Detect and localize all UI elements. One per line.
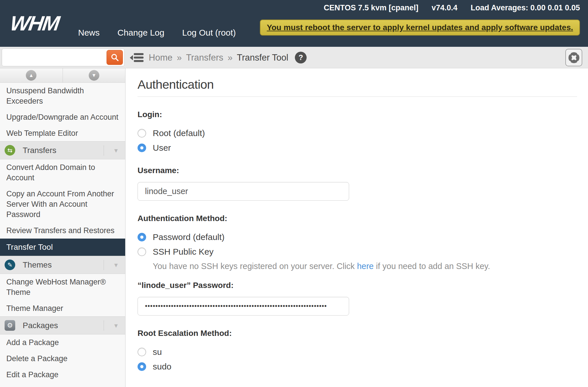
sidebar-section-packages[interactable]: ⚙Packages▾ xyxy=(0,316,125,334)
sidebar-item-theme-manager[interactable]: Theme Manager xyxy=(0,300,125,316)
password-default-radio[interactable]: Password (default) xyxy=(138,232,225,242)
sidebar-item-feature-manager[interactable]: Feature Manager xyxy=(0,383,125,387)
arrow-up-icon: ▲ xyxy=(26,70,36,81)
sudo-radio[interactable]: sudo xyxy=(138,362,171,371)
chevron-down-icon[interactable]: ▾ xyxy=(111,322,121,330)
ssh-here-link[interactable]: here xyxy=(357,262,374,271)
login-radio-group: Root (default)User xyxy=(138,128,577,153)
sidebar-item-web-template-editor[interactable]: Web Template Editor xyxy=(0,125,125,141)
login-label: Login: xyxy=(138,110,577,119)
packages-icon: ⚙ xyxy=(5,320,15,331)
nav-news[interactable]: News xyxy=(78,28,100,38)
root-default-radio[interactable]: Root (default) xyxy=(138,128,205,138)
search-icon xyxy=(111,53,119,62)
sidebar-item-convert-addon-domain-to-account[interactable]: Convert Addon Domain to Account xyxy=(0,159,125,186)
life-ring-icon xyxy=(568,51,580,64)
chevron-down-icon[interactable]: ▾ xyxy=(111,146,121,154)
radio-checked-icon[interactable] xyxy=(138,144,146,152)
main-content: Authentication Login: Root (default)User… xyxy=(125,68,588,387)
status-version: v74.0.4 xyxy=(432,3,457,12)
auth-method-radio-group: Password (default)SSH Public Key xyxy=(138,232,577,257)
username-label: Username: xyxy=(138,166,577,175)
whm-logo[interactable]: WHM xyxy=(9,11,60,35)
sidebar-item-delete-a-package[interactable]: Delete a Package xyxy=(0,351,125,367)
root-escalation-label: Root Escalation Method: xyxy=(138,329,577,338)
sidebar-scrollers: ▲ ▼ xyxy=(0,68,125,83)
radio-unchecked-icon[interactable] xyxy=(138,129,146,138)
sidebar-item-review-transfers-and-restores[interactable]: Review Transfers and Restores xyxy=(0,222,125,239)
breadcrumb-transfers[interactable]: Transfers xyxy=(186,53,223,63)
arrow-down-icon: ▼ xyxy=(89,70,99,81)
ssh-note: You have no SSH keys registered on your … xyxy=(153,262,577,271)
radio-checked-icon[interactable] xyxy=(138,233,146,241)
radio-checked-icon[interactable] xyxy=(138,362,146,371)
status-os: CENTOS 7.5 kvm [cpanel] xyxy=(324,3,419,12)
password-input[interactable] xyxy=(138,297,349,316)
top-header: CENTOS 7.5 kvm [cpanel] v74.0.4 Load Ave… xyxy=(0,0,588,47)
sidebar-item-add-a-package[interactable]: Add a Package xyxy=(0,334,125,351)
scroll-down-button[interactable]: ▼ xyxy=(63,68,125,82)
sidebar-section-themes[interactable]: ✎Themes▾ xyxy=(0,256,125,274)
auth-method-label: Authentication Method: xyxy=(138,214,577,223)
search-input[interactable] xyxy=(3,49,104,65)
radio-label: sudo xyxy=(153,362,171,371)
breadcrumb-separator: » xyxy=(228,53,233,63)
transfers-icon: ⇆ xyxy=(5,145,15,156)
su-radio[interactable]: su xyxy=(138,347,162,357)
ssh-public-key-radio[interactable]: SSH Public Key xyxy=(138,247,214,257)
chevron-down-icon[interactable]: ▾ xyxy=(111,261,121,269)
section-label: Themes xyxy=(23,260,96,270)
sidebar-item-copy-an-account-from-another-server-with-an-account-password[interactable]: Copy an Account From Another Server With… xyxy=(0,186,125,222)
search-box xyxy=(2,49,125,66)
section-divider xyxy=(104,260,104,270)
nav-change-log[interactable]: Change Log xyxy=(117,28,164,38)
support-button[interactable] xyxy=(565,49,582,66)
toolbar: Home » Transfers » Transfer Tool ? xyxy=(0,47,588,68)
section-divider xyxy=(104,320,104,331)
breadcrumb-current: Transfer Tool xyxy=(237,53,288,63)
radio-label: Root (default) xyxy=(153,128,205,138)
section-label: Packages xyxy=(23,321,96,330)
sidebar-item-upgrade-downgrade-an-account[interactable]: Upgrade/Downgrade an Account xyxy=(0,109,125,125)
radio-label: User xyxy=(153,143,171,153)
breadcrumb: Home » Transfers » Transfer Tool ? xyxy=(149,47,307,68)
authentication-heading: Authentication xyxy=(138,78,577,92)
search-button[interactable] xyxy=(107,50,123,65)
ssh-note-text: if you need to add an SSH key. xyxy=(374,262,490,271)
page: CENTOS 7.5 kvm [cpanel] v74.0.4 Load Ave… xyxy=(0,0,588,387)
section-divider-line xyxy=(138,96,577,97)
section-divider xyxy=(104,145,104,156)
sidebar: ▲ ▼ Unsuspend Bandwidth ExceedersUpgrade… xyxy=(0,68,125,387)
sidebar-item-edit-a-package[interactable]: Edit a Package xyxy=(0,367,125,383)
radio-label: Password (default) xyxy=(153,232,225,242)
top-nav: News Change Log Log Out (root) xyxy=(78,28,236,38)
reboot-warning-banner[interactable]: You must reboot the server to apply kern… xyxy=(260,20,580,36)
user-radio[interactable]: User xyxy=(138,143,171,153)
radio-unchecked-icon[interactable] xyxy=(138,247,146,256)
radio-label: SSH Public Key xyxy=(153,247,214,257)
status-load-averages: Load Averages: 0.00 0.01 0.05 xyxy=(471,3,580,12)
ssh-note-text: You have no SSH keys registered on your … xyxy=(153,262,357,271)
breadcrumb-home[interactable]: Home xyxy=(149,53,173,63)
server-status: CENTOS 7.5 kvm [cpanel] v74.0.4 Load Ave… xyxy=(324,3,580,12)
password-label: “linode_user” Password: xyxy=(138,281,577,290)
sidebar-item-transfer-tool[interactable]: Transfer Tool xyxy=(0,239,125,256)
content-row: ▲ ▼ Unsuspend Bandwidth ExceedersUpgrade… xyxy=(0,68,588,387)
collapse-sidebar-icon[interactable] xyxy=(130,52,144,65)
root-escalation-radio-group: susudo xyxy=(138,347,577,371)
radio-label: su xyxy=(153,347,162,357)
username-input[interactable] xyxy=(138,182,349,201)
scroll-up-button[interactable]: ▲ xyxy=(0,68,63,82)
themes-icon: ✎ xyxy=(5,260,15,270)
sidebar-item-unsuspend-bandwidth-exceeders[interactable]: Unsuspend Bandwidth Exceeders xyxy=(0,83,125,109)
radio-unchecked-icon[interactable] xyxy=(138,348,146,356)
sidebar-item-change-webhost-manager-theme[interactable]: Change WebHost Manager® Theme xyxy=(0,274,125,300)
sidebar-menu: Unsuspend Bandwidth ExceedersUpgrade/Dow… xyxy=(0,83,125,387)
help-icon[interactable]: ? xyxy=(295,52,307,63)
section-label: Transfers xyxy=(23,146,96,155)
nav-log-out[interactable]: Log Out (root) xyxy=(182,28,236,38)
breadcrumb-separator: » xyxy=(177,53,182,63)
sidebar-section-transfers[interactable]: ⇆Transfers▾ xyxy=(0,141,125,159)
